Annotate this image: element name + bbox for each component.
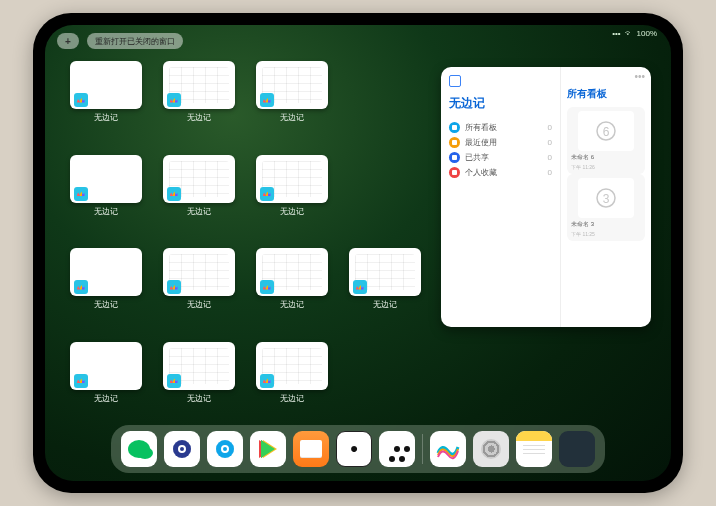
app-window-thumbnail[interactable]: 无边记 [65, 248, 146, 328]
app-window-thumbnail[interactable]: 无边记 [344, 248, 425, 328]
row-count: 0 [548, 168, 552, 177]
freeform-app-icon [74, 280, 88, 294]
row-icon [449, 152, 460, 163]
freeform-app-icon [74, 187, 88, 201]
app-window-thumbnail[interactable]: 无边记 [251, 342, 332, 422]
sidebar-row[interactable]: 所有看板0 [449, 120, 552, 135]
window-label: 无边记 [94, 206, 118, 217]
panel-right: ••• 所有看板 6未命名 6下午 11:263未命名 3下午 11:25 [561, 67, 651, 327]
row-label: 所有看板 [465, 122, 497, 133]
app-window-thumbnail[interactable]: 无边记 [251, 248, 332, 328]
freeform-app-icon [167, 187, 181, 201]
app-window-thumbnail[interactable]: 无边记 [251, 155, 332, 235]
freeform-app-icon [260, 280, 274, 294]
app-window-thumbnail[interactable]: 无边记 [158, 248, 239, 328]
window-label: 无边记 [187, 393, 211, 404]
freeform-app-icon [167, 374, 181, 388]
circle-cyan-icon[interactable] [207, 431, 243, 467]
row-label: 已共享 [465, 152, 489, 163]
freeform-app-icon [74, 374, 88, 388]
status-bar: ••• ᯤ 100% [612, 29, 657, 38]
window-preview[interactable] [70, 342, 142, 390]
sidebar-row[interactable]: 已共享0 [449, 150, 552, 165]
board-thumbnail: 6 [578, 111, 634, 151]
graph-icon[interactable] [379, 431, 415, 467]
freeform-app-icon [353, 280, 367, 294]
row-count: 0 [548, 153, 552, 162]
window-preview[interactable] [163, 342, 235, 390]
row-count: 0 [548, 138, 552, 147]
window-label: 无边记 [187, 299, 211, 310]
window-label: 无边记 [280, 299, 304, 310]
window-label: 无边记 [280, 393, 304, 404]
window-label: 无边记 [94, 393, 118, 404]
wechat-icon[interactable] [121, 431, 157, 467]
app-window-thumbnail[interactable]: 无边记 [158, 155, 239, 235]
board-card[interactable]: 6未命名 6下午 11:26 [567, 107, 645, 174]
ipad-device-frame: ••• ᯤ 100% + 重新打开已关闭的窗口 无边记无边记无边记无边记无边记无… [33, 13, 683, 493]
freeform-icon[interactable] [430, 431, 466, 467]
dock [111, 425, 605, 473]
row-icon [449, 122, 460, 133]
new-window-button[interactable]: + [57, 33, 79, 49]
window-label: 无边记 [280, 112, 304, 123]
svg-text:3: 3 [603, 192, 610, 206]
board-subcaption: 下午 11:26 [571, 164, 595, 170]
sidebar-row[interactable]: 最近使用0 [449, 135, 552, 150]
freeform-sidebar-panel[interactable]: 无边记 所有看板0最近使用0已共享0个人收藏0 ••• 所有看板 6未命名 6下… [441, 67, 651, 327]
window-preview[interactable] [70, 155, 142, 203]
app-window-thumbnail[interactable]: 无边记 [158, 342, 239, 422]
window-label: 无边记 [373, 299, 397, 310]
dock-separator [422, 434, 423, 464]
window-label: 无边记 [187, 206, 211, 217]
app-window-thumbnail[interactable]: 无边记 [251, 61, 332, 141]
panel-right-title: 所有看板 [567, 87, 645, 101]
freeform-app-icon [260, 374, 274, 388]
window-label: 无边记 [94, 112, 118, 123]
app-window-thumbnail[interactable]: 无边记 [158, 61, 239, 141]
row-icon [449, 167, 460, 178]
stage-area: 无边记无边记无边记无边记无边记无边记无边记无边记无边记无边记无边记无边记无边记 … [65, 61, 651, 421]
app-window-thumbnail[interactable]: 无边记 [65, 61, 146, 141]
sidebar-toggle-icon[interactable] [449, 75, 461, 87]
panel-title: 无边记 [449, 95, 552, 112]
freeform-app-icon [260, 187, 274, 201]
panel-left: 无边记 所有看板0最近使用0已共享0个人收藏0 [441, 67, 561, 327]
topbar: + 重新打开已关闭的窗口 [57, 33, 183, 49]
board-caption: 未命名 6 [571, 153, 594, 162]
window-preview[interactable] [256, 155, 328, 203]
row-icon [449, 137, 460, 148]
books-icon[interactable] [293, 431, 329, 467]
window-preview[interactable] [163, 155, 235, 203]
board-caption: 未命名 3 [571, 220, 594, 229]
folder-icon[interactable] [559, 431, 595, 467]
circle-blue-icon[interactable] [164, 431, 200, 467]
window-preview[interactable] [349, 248, 421, 296]
play-icon[interactable] [250, 431, 286, 467]
window-grid: 无边记无边记无边记无边记无边记无边记无边记无边记无边记无边记无边记无边记无边记 [65, 61, 425, 421]
svg-text:6: 6 [603, 125, 610, 139]
board-thumbnail: 3 [578, 178, 634, 218]
app-window-thumbnail[interactable]: 无边记 [65, 342, 146, 422]
window-preview[interactable] [163, 248, 235, 296]
window-preview[interactable] [256, 248, 328, 296]
window-preview[interactable] [70, 61, 142, 109]
board-card[interactable]: 3未命名 3下午 11:25 [567, 174, 645, 241]
notes-icon[interactable] [516, 431, 552, 467]
window-label: 无边记 [280, 206, 304, 217]
window-preview[interactable] [256, 342, 328, 390]
battery-text: 100% [637, 29, 657, 38]
more-icon[interactable]: ••• [567, 75, 645, 79]
app-window-thumbnail[interactable]: 无边记 [65, 155, 146, 235]
screen: ••• ᯤ 100% + 重新打开已关闭的窗口 无边记无边记无边记无边记无边记无… [45, 25, 671, 481]
window-preview[interactable] [256, 61, 328, 109]
dice-icon[interactable] [336, 431, 372, 467]
row-count: 0 [548, 123, 552, 132]
sidebar-row[interactable]: 个人收藏0 [449, 165, 552, 180]
settings-icon[interactable] [473, 431, 509, 467]
window-preview[interactable] [163, 61, 235, 109]
window-preview[interactable] [70, 248, 142, 296]
reopen-closed-window-button[interactable]: 重新打开已关闭的窗口 [87, 33, 183, 49]
freeform-app-icon [74, 93, 88, 107]
freeform-app-icon [167, 93, 181, 107]
